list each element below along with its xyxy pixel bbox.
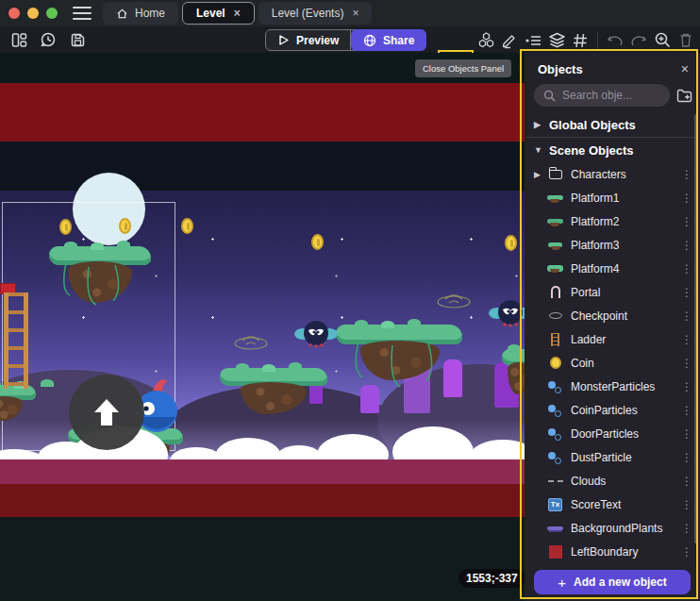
object-menu-icon[interactable]: ⋮ [681, 239, 692, 252]
grid-icon[interactable] [571, 31, 590, 50]
instances-group-icon[interactable] [476, 31, 495, 50]
object-row-checkpoint[interactable]: Checkpoint⋮ [525, 304, 700, 327]
save-icon[interactable] [68, 30, 87, 49]
preview-button[interactable]: Preview [266, 34, 350, 47]
object-menu-icon[interactable]: ⋮ [681, 333, 692, 346]
pencil-edit-icon[interactable] [500, 31, 519, 50]
platform4-thumbnail-icon [547, 260, 563, 276]
panels-layout-icon[interactable] [9, 30, 28, 49]
object-menu-icon[interactable]: ⋮ [681, 451, 692, 464]
trash-icon[interactable] [676, 31, 695, 50]
tab-level-events[interactable]: Level (Events) × [258, 2, 373, 25]
object-menu-icon[interactable]: ⋮ [681, 522, 692, 535]
object-menu-icon[interactable]: ⋮ [681, 262, 692, 275]
object-name-label: DustParticle [571, 451, 632, 464]
close-objects-panel-tooltip: Close Objects Panel [415, 59, 511, 77]
object-menu-icon[interactable]: ⋮ [681, 192, 692, 205]
coin-object[interactable] [119, 218, 131, 234]
object-row-scoretext[interactable]: TxScoreText⋮ [525, 492, 700, 516]
object-menu-icon[interactable]: ⋮ [681, 380, 692, 393]
object-row-dustparticle[interactable]: DustParticle⋮ [525, 445, 700, 469]
layers-icon[interactable] [547, 31, 566, 50]
object-row-platform4[interactable]: Platform4⋮ [525, 257, 700, 280]
object-row-platform3[interactable]: Platform3⋮ [525, 233, 700, 257]
object-row-coinparticles[interactable]: CoinParticles⋮ [525, 398, 700, 422]
object-menu-icon[interactable]: ⋮ [681, 545, 692, 559]
object-menu-icon[interactable]: ⋮ [681, 357, 692, 370]
object-menu-icon[interactable]: ⋮ [681, 309, 692, 323]
object-name-label: LeftBoundary [571, 545, 638, 559]
coin-object[interactable] [505, 235, 517, 251]
ladder-object[interactable] [4, 292, 28, 389]
object-row-leftboundary[interactable]: LeftBoundary⋮ [525, 540, 700, 562]
object-row-clouds[interactable]: Clouds⋮ [525, 469, 700, 492]
object-menu-icon[interactable]: ⋮ [681, 498, 692, 511]
checkpoint-outline[interactable] [435, 291, 473, 309]
object-row-platform1[interactable]: Platform1⋮ [525, 186, 700, 209]
object-row-coin[interactable]: Coin⋮ [525, 351, 700, 375]
object-row-platform2[interactable]: Platform2⋮ [525, 209, 700, 233]
history-clock-icon[interactable] [39, 30, 58, 49]
coinparticles-thumbnail-icon [547, 402, 563, 418]
platform-object[interactable] [0, 385, 36, 442]
global-objects-section[interactable]: ▶ Global Objects [525, 112, 700, 137]
platform-object[interactable] [220, 368, 327, 434]
object-row-ladder[interactable]: Ladder⋮ [525, 327, 700, 351]
coin-object[interactable] [181, 218, 193, 234]
panel-scrollbar[interactable] [694, 114, 697, 543]
objects-list: ▶Characters⋮Platform1⋮Platform2⋮Platform… [525, 162, 700, 562]
object-menu-icon[interactable]: ⋮ [681, 427, 692, 441]
up-arrow-control-object[interactable] [69, 375, 144, 450]
tab-level[interactable]: Level × [182, 2, 255, 25]
object-menu-icon[interactable]: ⋮ [681, 168, 692, 181]
object-row-portal[interactable]: Portal⋮ [525, 280, 700, 304]
coin-thumbnail-icon [547, 355, 563, 371]
zoom-in-icon[interactable] [653, 31, 672, 50]
tab-label: Level (Events) [272, 7, 344, 20]
properties-list-icon[interactable] [524, 31, 542, 50]
search-placeholder: Search obje... [562, 89, 632, 102]
object-row-monsterparticles[interactable]: MonsterParticles⋮ [525, 375, 700, 398]
platform-object[interactable] [502, 349, 525, 415]
close-window-button[interactable] [8, 8, 20, 19]
cursor-coordinates-badge: 1553;-337 [458, 569, 525, 588]
scene-objects-section[interactable]: ▼ Scene Objects [525, 138, 700, 162]
monster-object[interactable] [487, 296, 525, 334]
object-row-backgroundplants[interactable]: BackgroundPlants⋮ [525, 516, 700, 540]
dustparticle-thumbnail-icon [547, 449, 563, 465]
tab-home[interactable]: Home [103, 2, 178, 25]
globe-icon [363, 34, 376, 47]
add-folder-icon[interactable] [676, 89, 692, 103]
main-menu-icon[interactable] [73, 7, 92, 20]
add-new-object-button[interactable]: + Add a new object [534, 570, 691, 594]
coin-object[interactable] [59, 219, 72, 235]
object-menu-icon[interactable]: ⋮ [681, 215, 692, 228]
platform-object[interactable] [336, 325, 462, 430]
search-input[interactable]: Search obje... [534, 84, 670, 107]
object-menu-icon[interactable]: ⋮ [681, 286, 692, 299]
backgroundplants-thumbnail-icon [547, 520, 563, 536]
object-name-label: DoorParticles [571, 427, 639, 441]
checkpoint-outline[interactable] [232, 332, 270, 351]
close-objects-panel-icon[interactable]: × [681, 61, 689, 76]
redo-icon[interactable] [629, 31, 648, 50]
minimize-window-button[interactable] [27, 8, 39, 19]
platform-object[interactable] [49, 246, 151, 364]
monsterparticles-thumbnail-icon [547, 378, 563, 394]
scene-editor-canvas[interactable]: 1553;-337 [0, 53, 525, 601]
objects-panel: Objects × Search obje... ▶ Global Object… [525, 53, 700, 601]
object-name-label: Platform3 [571, 239, 619, 252]
maximize-window-button[interactable] [46, 8, 58, 19]
monster-object[interactable] [292, 317, 340, 355]
tab-close-icon[interactable]: × [352, 7, 358, 20]
objects-panel-title: Objects [538, 62, 583, 76]
undo-icon[interactable] [606, 31, 625, 50]
object-menu-icon[interactable]: ⋮ [681, 404, 692, 417]
share-button[interactable]: Share [351, 29, 426, 51]
object-row-doorparticles[interactable]: DoorParticles⋮ [525, 422, 700, 445]
collapsed-triangle-icon[interactable]: ▶ [534, 170, 542, 179]
object-row-characters[interactable]: ▶Characters⋮ [525, 162, 700, 186]
tab-close-icon[interactable]: × [234, 7, 241, 20]
coin-object[interactable] [311, 234, 324, 250]
object-menu-icon[interactable]: ⋮ [681, 475, 692, 488]
